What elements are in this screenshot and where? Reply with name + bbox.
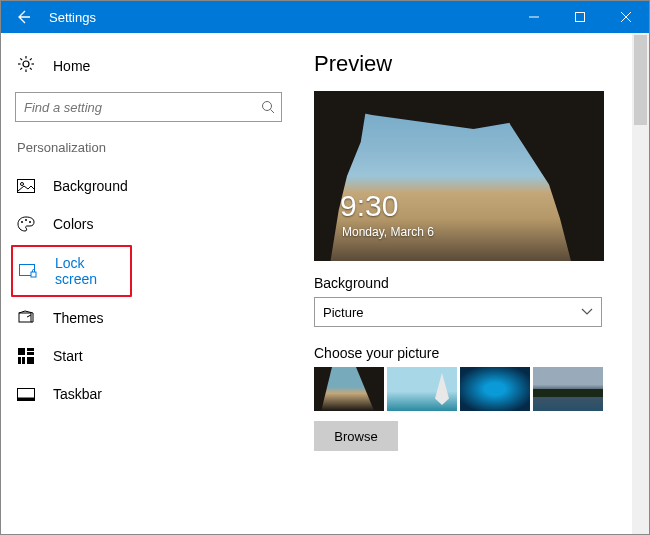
sidebar-item-label: Themes — [53, 310, 104, 326]
scrollbar[interactable] — [632, 33, 649, 534]
sidebar-item-start[interactable]: Start — [15, 337, 282, 375]
picture-thumbnail[interactable] — [460, 367, 530, 411]
svg-rect-19 — [31, 272, 36, 277]
sidebar-item-colors[interactable]: Colors — [15, 205, 282, 243]
taskbar-icon — [17, 385, 35, 403]
home-label: Home — [53, 58, 90, 74]
sidebar-item-label: Start — [53, 348, 83, 364]
picture-thumbnails — [314, 367, 635, 411]
search-icon — [261, 100, 275, 114]
svg-line-12 — [271, 110, 275, 114]
svg-line-9 — [20, 68, 22, 70]
svg-point-11 — [263, 102, 272, 111]
svg-rect-13 — [18, 180, 35, 193]
preview-heading: Preview — [314, 51, 635, 77]
sidebar-item-label: Background — [53, 178, 128, 194]
arrow-left-icon — [14, 8, 32, 26]
choose-picture-label: Choose your picture — [314, 345, 635, 361]
svg-point-14 — [21, 183, 24, 186]
window-title: Settings — [45, 10, 511, 25]
lock-screen-icon — [19, 262, 37, 280]
background-label: Background — [314, 275, 635, 291]
preview-date: Monday, March 6 — [342, 225, 434, 239]
preview-time: 9:30 — [340, 189, 398, 223]
sidebar-item-background[interactable]: Background — [15, 167, 282, 205]
svg-rect-22 — [27, 348, 34, 351]
sidebar: Home Personalization Background Colors — [1, 33, 296, 534]
picture-icon — [17, 177, 35, 195]
minimize-icon — [529, 12, 539, 22]
search-input[interactable] — [24, 100, 261, 115]
svg-rect-20 — [19, 313, 31, 322]
chevron-down-icon — [581, 308, 593, 316]
background-dropdown[interactable]: Picture — [314, 297, 602, 327]
lock-screen-preview: 9:30 Monday, March 6 — [314, 91, 604, 261]
sidebar-item-lock-screen[interactable]: Lock screen — [17, 249, 130, 293]
palette-icon — [17, 215, 35, 233]
svg-line-7 — [20, 58, 22, 60]
themes-icon — [17, 309, 35, 327]
search-box[interactable] — [15, 92, 282, 122]
window-controls — [511, 1, 649, 33]
start-icon — [17, 347, 35, 365]
sidebar-item-label: Colors — [53, 216, 93, 232]
picture-thumbnail[interactable] — [533, 367, 603, 411]
scrollbar-thumb[interactable] — [634, 35, 647, 125]
svg-rect-26 — [27, 357, 34, 364]
close-button[interactable] — [603, 1, 649, 33]
titlebar: Settings — [1, 1, 649, 33]
maximize-icon — [575, 12, 585, 22]
maximize-button[interactable] — [557, 1, 603, 33]
svg-point-17 — [29, 221, 31, 223]
svg-point-2 — [23, 61, 29, 67]
sidebar-item-home[interactable]: Home — [15, 51, 282, 92]
picture-thumbnail[interactable] — [387, 367, 457, 411]
highlight-box: Lock screen — [11, 245, 132, 297]
close-icon — [621, 12, 631, 22]
sidebar-item-label: Lock screen — [55, 255, 128, 287]
svg-line-10 — [30, 58, 32, 60]
sidebar-item-label: Taskbar — [53, 386, 102, 402]
svg-point-15 — [21, 221, 23, 223]
picture-thumbnail[interactable] — [314, 367, 384, 411]
svg-rect-23 — [27, 352, 34, 355]
svg-rect-1 — [576, 13, 585, 22]
sidebar-item-themes[interactable]: Themes — [15, 299, 282, 337]
sidebar-item-taskbar[interactable]: Taskbar — [15, 375, 282, 413]
section-label: Personalization — [15, 140, 282, 155]
content: Home Personalization Background Colors — [1, 33, 649, 534]
main-panel: Preview 9:30 Monday, March 6 Background … — [296, 33, 649, 534]
dropdown-value: Picture — [323, 305, 581, 320]
back-button[interactable] — [1, 1, 45, 33]
svg-rect-25 — [22, 357, 25, 364]
svg-rect-21 — [18, 348, 25, 355]
svg-point-16 — [25, 219, 27, 221]
svg-rect-28 — [18, 397, 35, 400]
minimize-button[interactable] — [511, 1, 557, 33]
svg-line-8 — [30, 68, 32, 70]
svg-rect-24 — [18, 357, 21, 364]
browse-button[interactable]: Browse — [314, 421, 398, 451]
gear-icon — [17, 55, 35, 76]
